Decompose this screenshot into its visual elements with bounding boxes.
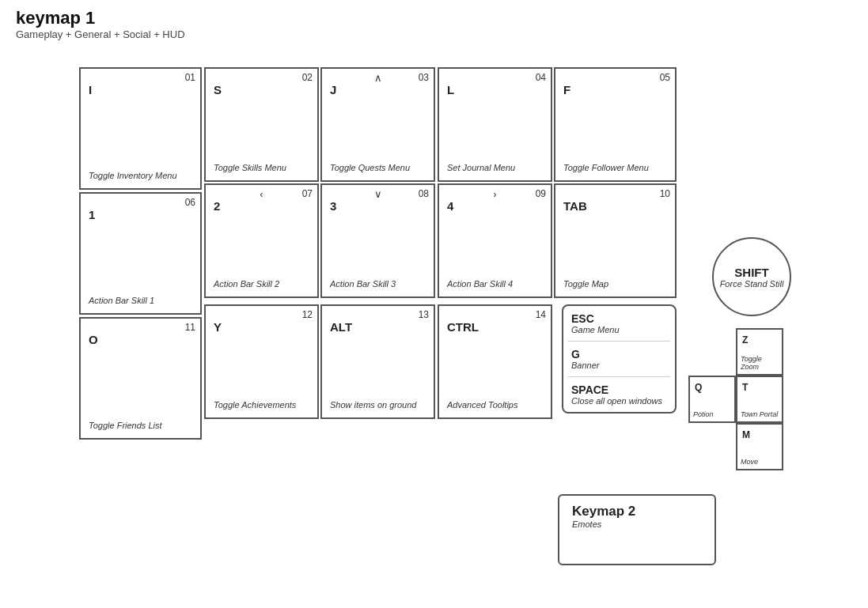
key-cell-07[interactable]: 07‹2Action Bar Skill 2: [204, 183, 319, 298]
key-label-11: O: [89, 333, 98, 346]
key-arrow-08: ∨: [374, 188, 382, 200]
key-cell-01[interactable]: 01IToggle Inventory Menu: [79, 67, 202, 190]
page-header: keymap 1 Gameplay + General + Social + H…: [16, 8, 185, 40]
cross-key-action-m: Move: [741, 458, 780, 466]
key-num-11: 11: [185, 322, 195, 333]
key-num-01: 01: [185, 72, 195, 83]
cross-key-action-q: Potion: [693, 410, 733, 418]
esc-key-label-esc: ESC: [571, 312, 667, 325]
cross-key-label-t: T: [742, 382, 748, 393]
key-cell-13[interactable]: 13ALTShow items on ground: [320, 304, 435, 419]
key-action-10: Toggle Map: [563, 279, 608, 289]
key-label-10: TAB: [563, 199, 587, 213]
key-action-04: Set Journal Menu: [447, 163, 515, 172]
key-label-06: 1: [89, 208, 95, 221]
key-cell-09[interactable]: 09›4Action Bar Skill 4: [438, 183, 552, 298]
key-label-02: S: [214, 83, 222, 96]
key-num-06: 06: [185, 197, 195, 208]
key-label-12: Y: [214, 320, 222, 334]
key-action-11: Toggle Friends List: [89, 421, 162, 430]
key-label-07: 2: [214, 199, 220, 213]
key-action-01: Toggle Inventory Menu: [89, 171, 177, 180]
key-cell-12[interactable]: 12YToggle Achievements: [204, 304, 319, 419]
key-num-12: 12: [302, 309, 313, 320]
key-action-06: Action Bar Skill 1: [89, 296, 154, 305]
key-cell-08[interactable]: 08∨3Action Bar Skill 3: [320, 183, 435, 298]
key-num-13: 13: [419, 309, 429, 320]
key-action-12: Toggle Achievements: [214, 400, 296, 410]
key-num-02: 02: [302, 72, 313, 83]
cross-key-label-q: Q: [695, 382, 702, 393]
esc-item-space[interactable]: SPACE Close all open windows: [563, 377, 675, 412]
key-cell-02[interactable]: 02SToggle Skills Menu: [204, 67, 319, 182]
key-label-08: 3: [330, 199, 336, 213]
key-cell-03[interactable]: 03∧JToggle Quests Menu: [320, 67, 435, 182]
key-cell-10[interactable]: 10TABToggle Map: [554, 183, 677, 298]
keymap2-box[interactable]: Keymap 2 Emotes: [558, 494, 716, 565]
esc-key-action-g: Banner: [571, 361, 667, 370]
esc-group: ESC Game Menu G Banner SPACE Close all o…: [562, 304, 677, 414]
key-label-shift: SHIFT: [734, 266, 768, 279]
key-label-04: L: [447, 83, 454, 96]
key-num-05: 05: [660, 72, 670, 83]
esc-item-esc[interactable]: ESC Game Menu: [563, 306, 675, 341]
cross-key-label-m: M: [742, 429, 750, 440]
key-action-09: Action Bar Skill 4: [447, 279, 513, 289]
key-num-14: 14: [536, 309, 546, 320]
key-action-05: Toggle Follower Menu: [563, 163, 649, 172]
esc-item-g[interactable]: G Banner: [563, 342, 675, 376]
key-arrow-07: ‹: [260, 188, 263, 200]
key-action-14: Advanced Tooltips: [447, 400, 518, 410]
key-cell-11[interactable]: 11OToggle Friends List: [79, 317, 202, 440]
key-cell-z[interactable]: Z Toggle Zoom: [736, 328, 783, 376]
key-action-08: Action Bar Skill 3: [330, 279, 396, 289]
cross-key-action-t: Town Portal: [741, 410, 780, 418]
key-cell-m[interactable]: M Move: [736, 423, 783, 470]
key-arrow-03: ∧: [374, 72, 382, 84]
esc-key-action-space: Close all open windows: [571, 396, 667, 406]
key-num-03: 03: [419, 72, 429, 83]
key-action-02: Toggle Skills Menu: [214, 163, 286, 172]
cross-key-action-z: Toggle Zoom: [741, 355, 780, 371]
key-label-05: F: [563, 83, 570, 96]
key-cell-05[interactable]: 05FToggle Follower Menu: [554, 67, 677, 182]
key-label-01: I: [89, 83, 92, 96]
key-cell-t[interactable]: T Town Portal: [736, 376, 783, 423]
keymap2-sub: Emotes: [572, 519, 702, 529]
key-num-08: 08: [419, 188, 429, 199]
esc-key-label-g: G: [571, 348, 667, 361]
key-cell-shift[interactable]: SHIFT Force Stand Still: [712, 237, 791, 316]
cross-key-label-z: Z: [742, 334, 748, 346]
esc-key-label-space: SPACE: [571, 383, 667, 396]
keymap2-title: Keymap 2: [572, 504, 702, 519]
key-action-13: Show items on ground: [330, 400, 416, 410]
key-label-09: 4: [447, 199, 453, 213]
key-num-10: 10: [660, 188, 670, 199]
key-label-13: ALT: [330, 320, 352, 334]
key-num-04: 04: [536, 72, 546, 83]
key-cell-06[interactable]: 061Action Bar Skill 1: [79, 192, 202, 315]
key-label-03: J: [330, 83, 336, 96]
key-action-07: Action Bar Skill 2: [214, 279, 279, 289]
key-arrow-09: ›: [493, 188, 496, 200]
key-action-03: Toggle Quests Menu: [330, 163, 410, 172]
page-title: keymap 1: [16, 8, 185, 28]
key-cell-14[interactable]: 14CTRLAdvanced Tooltips: [438, 304, 552, 419]
key-action-shift: Force Stand Still: [720, 279, 784, 289]
page-subtitle: Gameplay + General + Social + HUD: [16, 28, 185, 40]
key-cell-q[interactable]: Q Potion: [688, 376, 736, 423]
key-num-09: 09: [536, 188, 546, 199]
key-num-07: 07: [302, 188, 313, 199]
key-label-14: CTRL: [447, 320, 479, 334]
esc-key-action-esc: Game Menu: [571, 325, 667, 334]
key-cell-04[interactable]: 04LSet Journal Menu: [438, 67, 552, 182]
